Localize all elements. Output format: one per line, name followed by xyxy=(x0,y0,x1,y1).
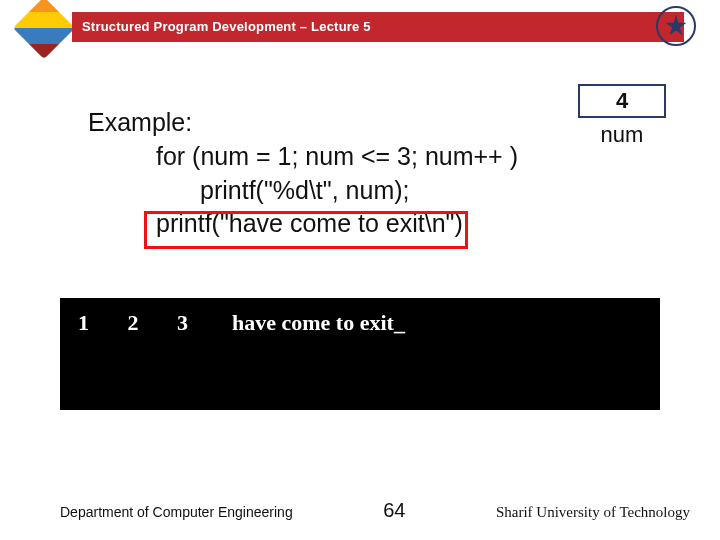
num-value: 4 xyxy=(616,88,628,114)
lecture-title: Structured Program Development – Lecture… xyxy=(82,19,371,34)
right-logo xyxy=(656,6,696,46)
code-line-2: for (num = 1; num <= 3; num++ ) xyxy=(156,140,518,174)
footer: Department of Computer Engineering 64 Sh… xyxy=(60,499,690,522)
left-logo xyxy=(22,6,66,50)
footer-uni: Sharif University of Technology xyxy=(496,504,690,521)
star-icon xyxy=(665,15,687,37)
footer-dept: Department of Computer Engineering xyxy=(60,504,293,520)
header-bar: Structured Program Development – Lecture… xyxy=(0,0,720,46)
title-band: Structured Program Development – Lecture… xyxy=(72,12,684,40)
console-line-1: 1 2 3 have come to exit_ xyxy=(78,310,642,336)
title-underline xyxy=(72,40,684,42)
num-label: num xyxy=(578,122,666,148)
code-line-3: printf("%d\t", num); xyxy=(200,174,518,208)
footer-page: 64 xyxy=(383,499,405,522)
code-line-1: Example: xyxy=(88,106,518,140)
slide: Structured Program Development – Lecture… xyxy=(0,0,720,540)
console-output: 1 2 3 have come to exit_ xyxy=(60,298,660,410)
highlight-rectangle xyxy=(144,211,468,249)
diamond-icon xyxy=(13,0,75,59)
num-value-box: 4 xyxy=(578,84,666,118)
